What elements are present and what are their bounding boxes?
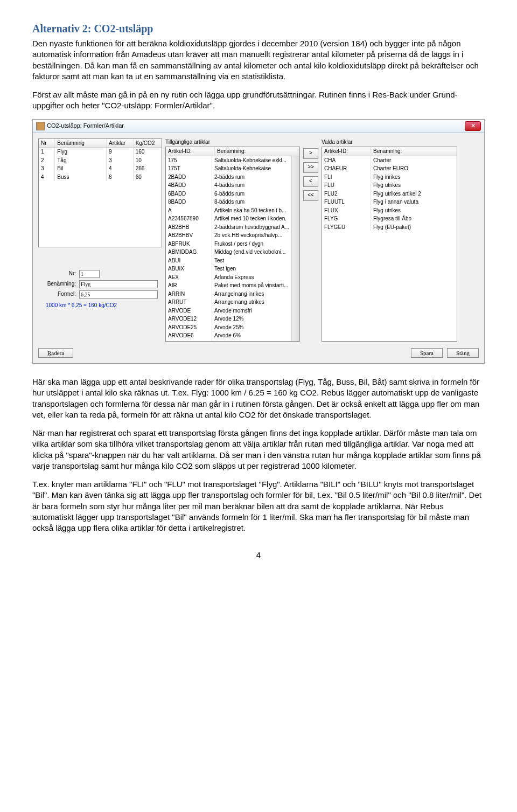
formula-preview: 1000 km * 6,25 = 160 kg/CO2	[38, 302, 162, 309]
list-item[interactable]: CHACharter	[322, 156, 457, 165]
list-item[interactable]: FLUXFlyg utrikes	[322, 206, 457, 215]
label-valda: Valda artiklar	[322, 138, 479, 146]
table-row[interactable]: 1Flyg9160	[39, 148, 162, 156]
list-item[interactable]: 6BÄDD6-bädds rum	[166, 190, 291, 198]
list-item[interactable]: ABUIXTest igen	[166, 265, 291, 273]
col-nr: Nr	[39, 139, 55, 148]
list-item[interactable]: ARVODE12Arvode 12%	[166, 315, 291, 323]
scrollbar[interactable]	[291, 156, 299, 342]
list-item[interactable]: 4BÄDD4-bädds rum	[166, 181, 291, 190]
list-item[interactable]: 2BÄDD2-bädds rum	[166, 173, 291, 182]
list-item[interactable]: AB2BHB2-bäddsrum huvudbyggnad A...	[166, 223, 291, 232]
list-item[interactable]: ARVODE25Arvode 25%	[166, 323, 291, 332]
list-item[interactable]: 175Saltaluokta-Kebnekaise exkl...	[166, 156, 291, 165]
app-screenshot: CO2-utsläpp: Formler/Artiklar ✕ Nr Benäm…	[32, 119, 485, 364]
list-item[interactable]: CHAEURCharter EURO	[322, 164, 457, 173]
col-artikel-id-2: Artikel-ID:	[322, 147, 371, 156]
input-formel[interactable]	[79, 290, 158, 299]
col-artikel-id: Artikel-ID:	[166, 147, 215, 156]
selected-articles-table[interactable]: Artikel-ID: Benämning: CHACharterCHAEURC…	[322, 147, 457, 342]
list-item[interactable]: ABUITest	[166, 256, 291, 265]
list-item[interactable]: ABFRUKFrukost / pers / dygn	[166, 240, 291, 248]
paragraph-5: T.ex. knyter man artiklarna "FLI" och "F…	[32, 479, 485, 533]
list-item[interactable]: FLUFlyg utrikes	[322, 181, 457, 190]
list-item[interactable]: AArtikeln ska ha 50 tecken i b...	[166, 206, 291, 215]
input-nr[interactable]	[79, 270, 100, 278]
list-item[interactable]: FLUUTLFlyg i annan valuta	[322, 198, 457, 206]
input-benamning[interactable]	[79, 280, 158, 288]
page-number: 4	[32, 550, 485, 560]
table-row[interactable]: 3Bil4266	[39, 164, 162, 173]
list-item[interactable]: ABMIDDAGMiddag (end.vid veckobokni...	[166, 248, 291, 256]
list-item[interactable]: ARRINArrangemang inrikes	[166, 290, 291, 299]
col-artikel-benamning-2: Benämning:	[371, 147, 455, 156]
table-row[interactable]: 2Tåg310	[39, 156, 162, 165]
list-item[interactable]: 175TSaltaluokta-Kebnekaise	[166, 164, 291, 173]
window-titlebar: CO2-utsläpp: Formler/Artiklar ✕	[33, 120, 484, 133]
table-row[interactable]: 4Buss660	[39, 173, 162, 182]
paragraph-3: Här ska man lägga upp ett antal beskriva…	[32, 377, 485, 420]
col-artiklar: Artiklar	[107, 139, 134, 148]
list-item[interactable]: AIRPaket med moms på vinstarti...	[166, 281, 291, 290]
list-item[interactable]: A234567890Artikel med 10 tecken i koden.	[166, 214, 291, 223]
stang-button[interactable]: Stäng	[447, 348, 479, 358]
list-item[interactable]: AEXArlanda Express	[166, 273, 291, 282]
label-nr: Nr:	[38, 270, 79, 277]
label-benamning: Benämning:	[38, 280, 79, 288]
list-item[interactable]: FLIFlyg inrikes	[322, 173, 457, 182]
col-kgco2: Kg/CO2	[134, 139, 162, 148]
col-benamning: Benämning	[55, 139, 107, 148]
list-item[interactable]: FLYGEUFlyg (EU-paket)	[322, 223, 457, 232]
col-artikel-benamning: Benämning:	[215, 147, 299, 156]
list-item[interactable]: 8BÄDD8-bädds rum	[166, 198, 291, 206]
list-item[interactable]: AB2BHBV2b vok.HB veckopris/halvp...	[166, 231, 291, 240]
move-left-button[interactable]: <	[303, 176, 318, 187]
move-right-button[interactable]: >	[303, 148, 318, 159]
list-item[interactable]: FLU2Flyg utrikes artikel 2	[322, 190, 457, 198]
app-icon	[36, 122, 45, 130]
paragraph-intro-2: Först av allt måste man gå in på en ny r…	[32, 89, 485, 112]
list-item[interactable]: ARVODE6Arvode 6%	[166, 331, 291, 340]
paragraph-4: När man har registrerat och sparat ett t…	[32, 428, 485, 471]
formula-table[interactable]: Nr Benämning Artiklar Kg/CO2 1Flyg91602T…	[38, 138, 162, 247]
available-articles-table[interactable]: Artikel-ID: Benämning: 175Saltaluokta-Ke…	[165, 147, 300, 342]
move-all-right-button[interactable]: >>	[303, 162, 318, 173]
window-title: CO2-utsläpp: Formler/Artiklar	[47, 122, 124, 130]
list-item[interactable]: ARRUTArrangemang utrikes	[166, 298, 291, 307]
list-item[interactable]: FLYGFlygresa till Åbo	[322, 214, 457, 223]
list-item[interactable]: ARVODEArvode momsfri	[166, 307, 291, 315]
label-tillgangliga: Tillgängliga artiklar	[165, 138, 300, 146]
radera-button[interactable]: Radera	[38, 348, 73, 358]
list-item[interactable]: AUTOBil i Tyskland	[166, 340, 291, 342]
spara-button[interactable]: Spara	[411, 348, 443, 358]
close-icon[interactable]: ✕	[465, 121, 481, 131]
heading-alternativ-2: Alternativ 2: CO2-utsläpp	[32, 22, 485, 36]
label-formel: Formel:	[38, 290, 79, 298]
move-all-left-button[interactable]: <<	[303, 190, 318, 201]
paragraph-intro-1: Den nyaste funktionen för att beräkna ko…	[32, 38, 485, 82]
